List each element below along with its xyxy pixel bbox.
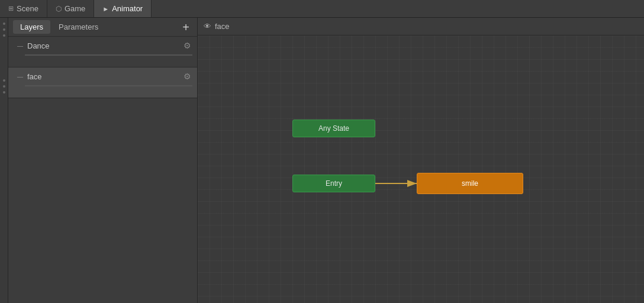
node-entry[interactable]: Entry	[292, 175, 375, 192]
animator-breadcrumb: 👁 face	[198, 18, 644, 36]
node-smile[interactable]: smile	[417, 173, 523, 194]
dot-5	[3, 85, 5, 88]
scene-icon: ⊞	[8, 5, 14, 12]
tab-game[interactable]: ⬡ Game	[47, 0, 94, 17]
layer-item-dance[interactable]: — Dance ⚙	[8, 37, 197, 67]
tab-layers[interactable]: Layers	[13, 20, 50, 34]
expand-dance-icon: —	[17, 42, 24, 49]
eye-icon[interactable]: 👁	[204, 22, 211, 31]
tab-scene[interactable]: ⊞ Scene	[0, 0, 47, 17]
arrow-overlay	[198, 36, 644, 303]
main-layout: Layers Parameters + — Dance ⚙	[0, 18, 644, 303]
dot-1	[3, 22, 5, 25]
add-layer-button[interactable]: +	[179, 21, 192, 34]
tab-scene-label: Scene	[17, 4, 38, 13]
animator-area: 👁 face Any State Entry	[198, 18, 644, 303]
tab-game-label: Game	[65, 4, 85, 13]
animator-icon: ►	[102, 5, 109, 12]
sidebar-header-right: +	[179, 21, 192, 34]
dots-bar	[0, 18, 8, 303]
breadcrumb-text: face	[215, 22, 230, 31]
expand-face-icon: —	[17, 73, 24, 80]
layer-dance-name: Dance	[27, 41, 182, 50]
tab-parameters[interactable]: Parameters	[51, 20, 105, 34]
game-icon: ⬡	[56, 5, 62, 13]
layer-face-name: face	[27, 72, 182, 81]
tab-animator[interactable]: ► Animator	[94, 0, 152, 17]
node-any-state[interactable]: Any State	[292, 120, 375, 137]
sidebar-tabs: Layers Parameters +	[8, 18, 197, 37]
layer-item-face[interactable]: — face ⚙	[8, 67, 197, 98]
dot-4	[3, 79, 5, 82]
tab-animator-label: Animator	[112, 4, 143, 13]
dot-3	[3, 34, 5, 37]
dot-6	[3, 91, 5, 94]
gear-face-icon[interactable]: ⚙	[182, 71, 192, 82]
gear-dance-icon[interactable]: ⚙	[182, 40, 192, 51]
sidebar: Layers Parameters + — Dance ⚙	[8, 18, 198, 303]
dot-2	[3, 28, 5, 31]
tab-bar: ⊞ Scene ⬡ Game ► Animator	[0, 0, 644, 18]
animator-canvas[interactable]: Any State Entry smile	[198, 36, 644, 303]
